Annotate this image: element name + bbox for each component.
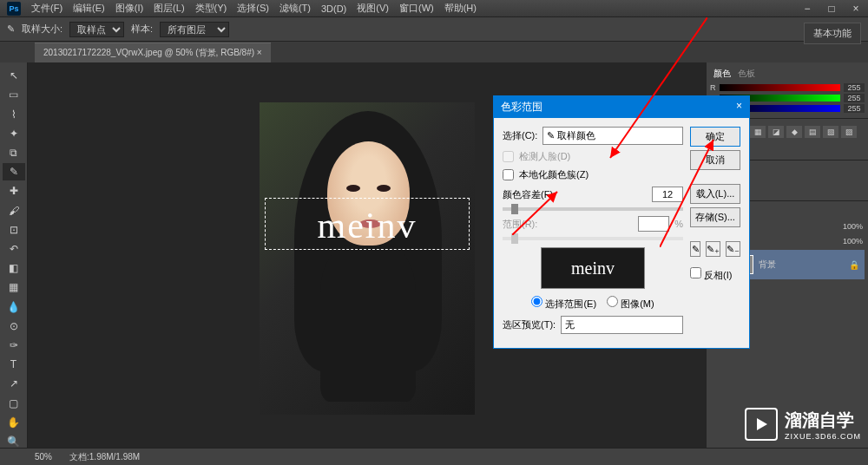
r-slider[interactable] [720,84,841,91]
preview-box: meinv [541,247,645,289]
blur-tool[interactable]: 💧 [3,298,25,315]
range-slider [503,237,683,240]
range-input [638,216,669,232]
gradient-tool[interactable]: ▦ [3,278,25,296]
dialog-close-button[interactable]: × [736,100,742,115]
adj-icon[interactable]: ▤ [805,126,820,138]
sample-size-select[interactable]: 取样点 [69,22,124,37]
localized-label: 本地化颜色簇(Z) [519,168,589,181]
selection-radio[interactable]: 选择范围(E) [531,296,596,311]
save-button[interactable]: 存储(S)... [690,207,740,227]
localized-checkbox[interactable] [503,169,514,180]
sample-size-label: 取样大小: [22,23,62,36]
eyedropper-subtract-icon[interactable]: ✎₋ [726,241,740,257]
dialog-title: 色彩范围 [501,100,542,115]
tools-panel: ↖ ▭ ⌇ ✦ ⧉ ✎ ✚ 🖌 ⊡ ↶ ◧ ▦ 💧 ⊙ ✑ T ↗ ▢ ✋ 🔍 [0,62,28,455]
menu-help[interactable]: 帮助(H) [444,2,477,15]
fuzziness-input[interactable] [652,187,683,202]
watermark-sub: ZIXUE.3D66.COM [785,432,861,441]
color-tab[interactable]: 颜色 [713,68,731,80]
menu-view[interactable]: 视图(V) [357,2,389,15]
sample-layers-select[interactable]: 所有图层 [160,22,229,37]
maximize-button[interactable]: □ [819,0,844,17]
hand-tool[interactable]: ✋ [3,414,25,431]
b-value[interactable]: 255 [844,104,865,113]
lock-icon: 🔒 [849,260,859,270]
pen-tool[interactable]: ✑ [3,337,25,354]
eyedropper-icon: ✎ [7,23,15,35]
eyedropper-tool[interactable]: ✎ [3,163,25,180]
select-label: 选择(C): [503,129,537,142]
type-tool[interactable]: T [3,356,25,373]
menu-file[interactable]: 文件(F) [31,2,62,15]
document-tabs: 20130217172228_VQrwX.jpeg @ 50% (背景, RGB… [0,42,868,62]
app-logo: Ps [7,2,21,16]
selection-marquee [265,198,470,250]
status-bar: 50% 文档:1.98M/1.98M [0,448,868,465]
path-tool[interactable]: ↗ [3,375,25,392]
wand-tool[interactable]: ✦ [3,125,25,142]
range-unit: % [674,219,683,229]
range-label: 范围(R): [503,218,537,231]
document-image: meinv [260,102,475,415]
swatches-tab[interactable]: 色板 [738,68,755,80]
image-radio[interactable]: 图像(M) [607,296,654,311]
sample-label: 样本: [131,23,153,36]
close-button[interactable]: × [844,0,868,17]
doc-info: 文档:1.98M/1.98M [69,451,140,463]
menu-window[interactable]: 窗口(W) [399,2,434,15]
ok-button[interactable]: 确定 [690,127,740,147]
document-tab[interactable]: 20130217172228_VQrwX.jpeg @ 50% (背景, RGB… [35,43,271,62]
layer-name: 背景 [759,259,776,271]
brush-tool[interactable]: 🖌 [3,201,25,219]
marquee-tool[interactable]: ▭ [3,86,25,103]
minimize-button[interactable]: − [795,0,819,17]
menu-image[interactable]: 图像(I) [115,2,143,15]
cancel-button[interactable]: 取消 [690,150,740,170]
fill-value[interactable]: 100% [843,237,863,248]
fuzziness-slider[interactable] [503,207,683,211]
menu-3d[interactable]: 3D(D) [321,3,346,14]
fuzziness-label: 颜色容差(F): [503,188,556,201]
eyedropper-sample-icon[interactable]: ✎ [690,241,700,257]
dodge-tool[interactable]: ⊙ [3,318,25,335]
shape-tool[interactable]: ▢ [3,394,25,411]
color-range-dialog: 色彩范围 × 选择(C): ✎ 取样颜色 检测人脸(D) 本地化颜色簇(Z) 颜… [493,95,750,349]
eraser-tool[interactable]: ◧ [3,259,25,277]
adj-icon[interactable]: ▦ [750,126,766,138]
watermark-main: 溜溜自学 [785,409,861,432]
selection-preview-dropdown[interactable]: 无 [561,316,683,334]
menu-type[interactable]: 类型(Y) [195,2,227,15]
history-brush-tool[interactable]: ↶ [3,240,25,258]
stamp-tool[interactable]: ⊡ [3,221,25,239]
move-tool[interactable]: ↖ [3,67,25,84]
invert-checkbox[interactable]: 反相(I) [690,267,740,282]
g-value[interactable]: 255 [844,94,865,102]
selection-preview-label: 选区预览(T): [503,318,556,331]
detect-faces-label: 检测人脸(D) [519,150,570,163]
menu-layer[interactable]: 图层(L) [154,2,184,15]
r-value[interactable]: 255 [844,83,865,92]
menu-select[interactable]: 选择(S) [237,2,269,15]
adj-icon[interactable]: ▧ [823,126,838,138]
adj-icon[interactable]: ◪ [768,126,784,138]
menu-edit[interactable]: 编辑(E) [73,2,105,15]
r-label: R [710,83,716,92]
play-icon [745,408,778,441]
adj-icon[interactable]: ▨ [841,126,857,138]
lasso-tool[interactable]: ⌇ [3,105,25,122]
detect-faces-checkbox [503,151,514,162]
options-bar: ✎ 取样大小: 取样点 样本: 所有图层 [0,17,868,42]
adj-icon[interactable]: ◆ [786,126,802,138]
opacity-value[interactable]: 100% [843,222,863,233]
site-watermark: 溜溜自学 ZIXUE.3D66.COM [745,408,861,441]
crop-tool[interactable]: ⧉ [3,144,25,161]
healing-tool[interactable]: ✚ [3,182,25,200]
menu-bar: Ps 文件(F) 编辑(E) 图像(I) 图层(L) 类型(Y) 选择(S) 滤… [0,0,868,17]
menu-filter[interactable]: 滤镜(T) [279,2,311,15]
workspace-switcher[interactable]: 基本功能 [804,23,861,44]
eyedropper-add-icon[interactable]: ✎₊ [706,241,720,257]
load-button[interactable]: 载入(L)... [690,184,740,204]
select-dropdown[interactable]: ✎ 取样颜色 [542,127,683,145]
zoom-level[interactable]: 50% [35,452,52,462]
